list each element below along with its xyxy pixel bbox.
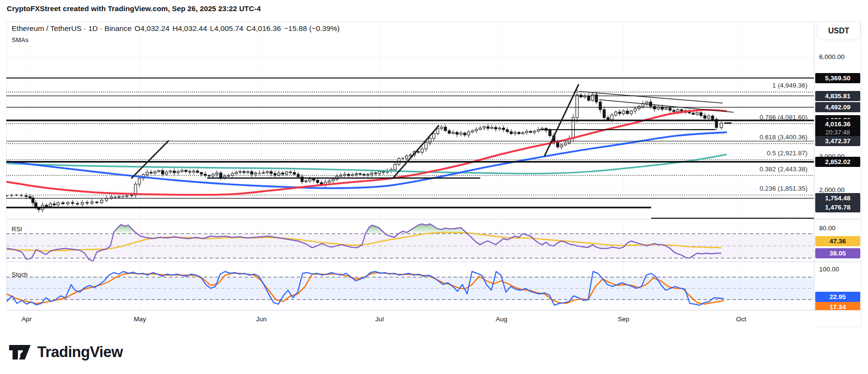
sma-overlay-label[interactable]: SMAs: [12, 36, 343, 44]
svg-text:0 (894.38): 0 (894.38): [777, 217, 807, 224]
time-axis-label: Oct: [736, 315, 746, 323]
bar-countdown: 20:37:48: [825, 128, 850, 136]
rsi-pane-label[interactable]: RSI: [12, 225, 22, 233]
chart-legend: Ethereum / TetherUS · 1D · BinanceO4,032…: [12, 24, 343, 44]
last-price-value: 4,016.36: [825, 120, 851, 128]
svg-text:0.618 (3,400.36): 0.618 (3,400.36): [760, 134, 807, 141]
tradingview-logo[interactable]: TradingView: [9, 343, 123, 362]
price-axis-label[interactable]: 4,835.81: [815, 91, 860, 101]
price-axis-tick: 6,000.00: [819, 53, 845, 60]
time-axis-label: Apr: [21, 315, 31, 323]
price-axis-label[interactable]: 5,369.50: [815, 73, 860, 83]
time-axis-label: Sep: [618, 315, 629, 323]
stoch-pane-label[interactable]: Stoch: [12, 271, 28, 278]
symbol-title[interactable]: Ethereum / TetherUS · 1D · Binance: [12, 24, 132, 32]
price-axis-label[interactable]: 4,016.3620:37:48: [815, 119, 860, 137]
currency-unit-button[interactable]: USDT: [817, 21, 861, 40]
indicator-axis-label[interactable]: 38.05: [815, 248, 860, 258]
ohlc-close: C4,016.36: [246, 24, 281, 32]
svg-text:1 (4,949.36): 1 (4,949.36): [772, 82, 807, 89]
indicator-axis-tick: 100.00: [819, 266, 839, 273]
indicator-axis-tick: 80.00: [819, 224, 836, 232]
ohlc-high: H4,032.44: [172, 24, 207, 32]
ohlc-low: L4,005.74: [210, 24, 244, 32]
svg-text:0.382 (2,443.38): 0.382 (2,443.38): [760, 165, 807, 173]
time-axis-label: May: [134, 315, 146, 323]
ohlc-open: O4,032.24: [135, 24, 169, 32]
price-axis-label[interactable]: 2,852.02: [815, 157, 860, 167]
svg-text:0.786 (4,081.60): 0.786 (4,081.60): [760, 114, 807, 121]
time-axis[interactable]: AprMayJunJulAugSepOct: [6, 310, 814, 328]
price-axis-label[interactable]: 1,476.78: [815, 202, 860, 212]
time-axis-label: Jun: [256, 315, 267, 323]
indicator-axis-label[interactable]: 22.95: [815, 292, 860, 302]
price-axis-tick: 2,000.00: [819, 186, 845, 194]
price-axis-label[interactable]: 3,472.37: [815, 136, 860, 146]
tradingview-logo-icon: [9, 343, 31, 362]
indicator-axis-label[interactable]: 47.36: [815, 236, 860, 246]
screenshot-root: CryptoFXStreet created with TradingView.…: [0, 0, 868, 374]
ohlc-change: −15.88 (−0.39%): [284, 24, 339, 32]
time-axis-label: Jul: [375, 315, 383, 323]
svg-text:0.236 (1,851.35): 0.236 (1,851.35): [760, 185, 807, 192]
tradingview-logo-text: TradingView: [37, 344, 123, 361]
price-axis-label[interactable]: 4,492.09: [815, 102, 860, 112]
time-axis-label: Aug: [496, 315, 507, 323]
svg-text:0.5 (2,921.87): 0.5 (2,921.87): [767, 150, 807, 157]
price-axis-label[interactable]: 1,754.48: [815, 193, 860, 203]
symbol-ohlc-row[interactable]: Ethereum / TetherUS · 1D · BinanceO4,032…: [12, 24, 343, 33]
